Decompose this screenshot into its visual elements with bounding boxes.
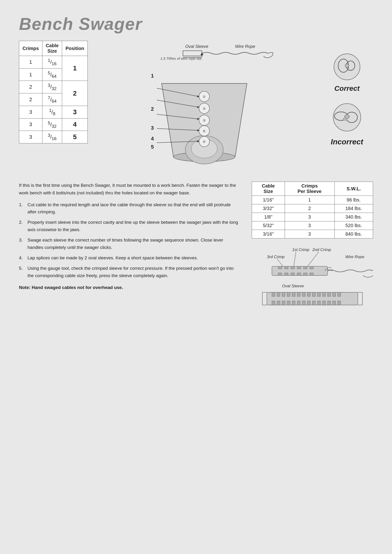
position-val: 4 [62,118,88,131]
svg-rect-87 [333,301,336,305]
top-section: Crimps CableSize Position 1 1/16 1 1 5/6… [19,41,373,175]
svg-text:3rd Crimp: 3rd Crimp [267,255,285,259]
swl-header-cable: CableSize [252,182,285,196]
svg-rect-73 [333,292,336,296]
svg-rect-67 [302,292,305,296]
svg-rect-2 [183,51,202,56]
svg-rect-72 [328,292,331,296]
svg-rect-52 [310,266,313,269]
swl-val: 184 lbs. [334,204,373,213]
swl-table: CableSize CrimpsPer Sleeve S.W.L. 1/16" … [252,182,373,238]
svg-text:Wire Rope: Wire Rope [345,255,364,259]
incorrect-diagram [328,102,366,133]
svg-rect-82 [307,301,310,305]
correct-label: Correct [334,84,360,92]
svg-text:⑤: ⑤ [203,140,206,144]
col-header-cable-size: CableSize [42,41,62,56]
step-1-text: Cut cable to the required length and lac… [28,201,240,216]
svg-rect-66 [297,292,300,296]
table-row: 3/16" 3 840 lbs. [252,230,373,238]
col-header-position: Position [62,41,88,56]
svg-rect-49 [291,266,294,269]
list-item: 4. Lap splices can be made by 2 oval sle… [19,254,240,261]
crimps-per-sleeve: 1 [285,196,334,204]
table-row: 2 3/32 2 [19,81,88,93]
crimps-val: 3 [19,118,42,131]
position-val: 3 [62,106,88,118]
svg-rect-48 [285,266,288,269]
position-val: 5 [62,131,88,143]
cable-size: 5/32" [252,221,285,230]
cable-size: 1/16" [252,196,285,204]
svg-rect-80 [297,301,300,305]
svg-text:①: ① [203,95,206,99]
svg-rect-50 [297,266,301,269]
swl-val: 340 lbs. [334,213,373,221]
table-row: 3 3/16 5 [19,131,88,143]
swl-val: 96 lbs. [334,196,373,204]
svg-text:1: 1 [151,73,154,79]
svg-text:②: ② [203,107,206,111]
crimps-val: 3 [19,106,42,118]
cable-val: 1/8 [42,106,62,118]
intro-text: If this is the first time using the Benc… [19,182,240,197]
svg-rect-84 [317,301,320,305]
svg-text:2: 2 [151,106,154,112]
crimps-val: 3 [19,131,42,143]
cable-val: 5/32 [42,118,62,131]
svg-rect-74 [338,292,341,296]
instructions-section: If this is the first time using the Benc… [19,182,373,323]
col-header-crimps: Crimps [19,41,42,56]
steps-list: 1. Cut cable to the required length and … [19,201,240,280]
swl-val: 520 lbs. [334,221,373,230]
svg-point-33 [345,64,349,68]
cable-size: 3/32" [252,204,285,213]
crimps-table-container: Crimps CableSize Position 1 1/16 1 1 5/6… [19,41,88,175]
svg-rect-71 [322,292,326,296]
svg-rect-51 [304,266,307,269]
step-4-text: Lap splices can be made by 2 oval sleeve… [28,254,198,261]
note-text: Note: Hand swaged cables not for overhea… [19,284,240,291]
crimps-table: Crimps CableSize Position 1 1/16 1 1 5/6… [19,41,88,143]
svg-rect-62 [277,292,280,296]
position-val: 2 [62,81,88,106]
svg-rect-53 [278,273,282,275]
cable-val: 5/64 [42,68,62,81]
svg-rect-64 [287,292,290,296]
cable-val: 3/32 [42,81,62,93]
svg-rect-54 [285,273,288,275]
table-row: 3 5/32 4 [19,118,88,131]
swager-svg: Oval Sleeve Wire Rope → 1.5 Times of wir… [97,41,311,174]
svg-rect-58 [310,273,313,275]
list-item: 5. Using the gauge tool, check the crimp… [19,265,240,279]
svg-rect-65 [292,292,295,296]
svg-rect-79 [292,301,295,305]
crimps-val: 2 [19,81,42,93]
svg-rect-76 [277,301,280,305]
svg-text:1st Crimp: 1st Crimp [292,247,309,252]
incorrect-label: Incorrect [331,138,363,146]
svg-text:5: 5 [151,144,154,150]
svg-rect-56 [297,273,301,275]
cable-size: 1/8" [252,213,285,221]
left-instructions: If this is the first time using the Benc… [19,182,240,323]
step-5-text: Using the gauge tool, check the crimped … [28,265,240,279]
svg-rect-63 [282,292,285,296]
list-item: 2. Properly insert sleeve into the corre… [19,219,240,233]
svg-text:1.5 Times of wire rope dia.: 1.5 Times of wire rope dia. [161,56,203,60]
svg-text:4: 4 [151,136,154,141]
svg-line-43 [294,252,296,268]
svg-rect-47 [278,266,282,269]
svg-rect-68 [307,292,310,296]
cable-val: 7/64 [42,93,62,106]
step-2-text: Properly insert sleeve into the correct … [28,219,240,233]
svg-text:Oval Sleeve: Oval Sleeve [282,284,304,288]
swager-diagram: Oval Sleeve Wire Rope → 1.5 Times of wir… [97,41,311,175]
crimps-per-sleeve: 3 [285,230,334,238]
svg-rect-69 [312,292,315,296]
crimps-val: 1 [19,68,42,81]
list-item: 1. Cut cable to the required length and … [19,201,240,216]
swl-header-crimps: CrimpsPer Sleeve [285,182,334,196]
table-row: 1 1/16 1 [19,56,88,69]
svg-text:Oval Sleeve: Oval Sleeve [185,44,208,49]
